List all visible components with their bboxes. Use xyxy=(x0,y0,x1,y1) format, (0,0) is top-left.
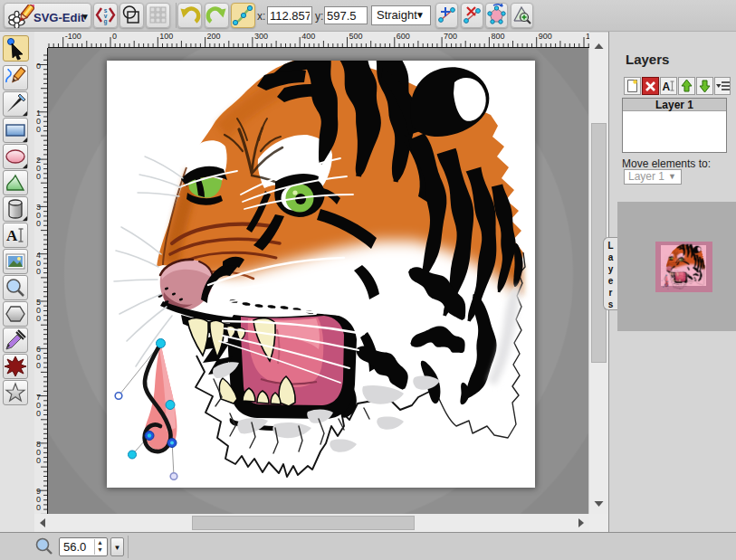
svg-text:A: A xyxy=(663,81,671,93)
svg-text:0: 0 xyxy=(36,361,41,370)
svg-text:0: 0 xyxy=(36,172,41,181)
svg-text:700: 700 xyxy=(444,32,457,41)
svg-text:0: 0 xyxy=(36,409,41,418)
svg-text:800: 800 xyxy=(491,32,504,41)
svg-text:0: 0 xyxy=(36,456,41,465)
svg-text:A: A xyxy=(6,227,18,244)
svg-text:300: 300 xyxy=(254,32,268,41)
svg-text:0: 0 xyxy=(112,32,117,41)
svg-text:0: 0 xyxy=(36,62,41,71)
svg-text:900: 900 xyxy=(539,32,552,41)
svg-text:g: g xyxy=(104,18,108,25)
svg-text:-100: -100 xyxy=(65,32,81,41)
svg-text:0: 0 xyxy=(36,267,41,276)
svg-text:0: 0 xyxy=(36,219,41,228)
svg-text:400: 400 xyxy=(301,32,315,41)
svg-text:0: 0 xyxy=(36,503,41,512)
svg-text:100: 100 xyxy=(159,32,173,41)
svg-text:600: 600 xyxy=(397,32,410,41)
svg-text:0: 0 xyxy=(36,314,41,323)
svg-text:500: 500 xyxy=(349,32,363,41)
svg-text:0: 0 xyxy=(36,125,41,134)
svg-text:200: 200 xyxy=(207,32,221,41)
